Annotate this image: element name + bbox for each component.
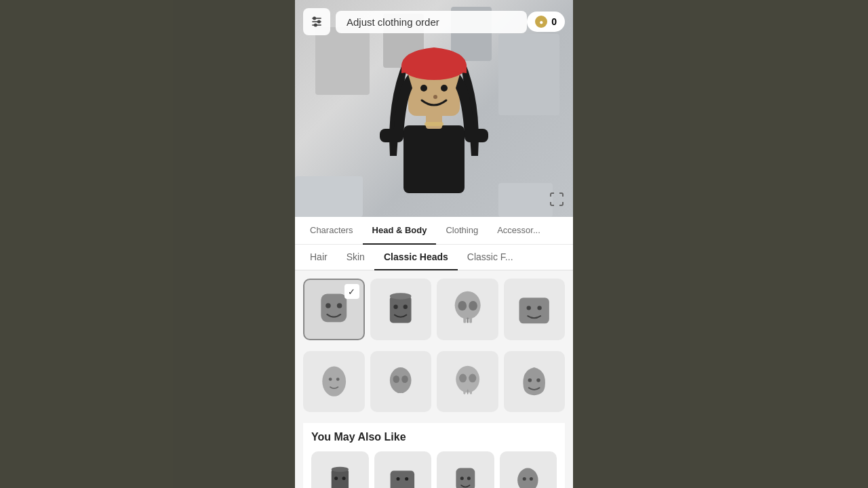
right-overlay bbox=[573, 0, 868, 488]
svg-point-25 bbox=[469, 301, 477, 310]
svg-point-58 bbox=[518, 468, 538, 488]
head-icon-3 bbox=[446, 288, 489, 331]
rec-item-2[interactable] bbox=[374, 451, 432, 488]
items-grid-row2 bbox=[303, 351, 565, 413]
sub-tab-classic-heads[interactable]: Classic Heads bbox=[374, 245, 458, 270]
svg-point-6 bbox=[433, 95, 437, 99]
svg-point-32 bbox=[322, 367, 346, 396]
rec-item-3[interactable] bbox=[437, 451, 494, 488]
svg-point-24 bbox=[458, 301, 467, 310]
recommendations: You May Also Like bbox=[303, 423, 565, 488]
head-item-4[interactable] bbox=[504, 279, 566, 340]
left-overlay bbox=[0, 0, 295, 488]
rec-icon-4 bbox=[511, 463, 545, 488]
sub-tabs: Hair Skin Classic Heads Classic F... bbox=[295, 245, 573, 270]
tab-head-body[interactable]: Head & Body bbox=[363, 217, 437, 245]
filter-icon bbox=[310, 15, 323, 28]
svg-rect-0 bbox=[403, 125, 465, 193]
head-item-6[interactable] bbox=[370, 351, 432, 413]
svg-rect-52 bbox=[391, 470, 414, 488]
head-item-1[interactable]: ✓ bbox=[303, 279, 365, 340]
avatar-character bbox=[366, 20, 502, 217]
tab-characters[interactable]: Characters bbox=[300, 217, 363, 245]
items-grid-row1: ✓ bbox=[303, 279, 565, 340]
coin-icon: ● bbox=[535, 16, 547, 28]
svg-rect-29 bbox=[519, 298, 549, 323]
svg-point-35 bbox=[390, 367, 412, 393]
svg-point-47 bbox=[536, 378, 540, 382]
svg-point-17 bbox=[326, 303, 331, 308]
head-item-5[interactable] bbox=[303, 351, 365, 413]
svg-point-4 bbox=[420, 85, 427, 92]
svg-point-57 bbox=[467, 476, 471, 480]
svg-point-5 bbox=[441, 85, 448, 92]
svg-point-37 bbox=[401, 375, 408, 383]
svg-point-31 bbox=[538, 306, 542, 310]
head-icon-4 bbox=[513, 288, 555, 331]
svg-rect-48 bbox=[332, 469, 349, 488]
sub-tab-classic-f[interactable]: Classic F... bbox=[458, 245, 523, 270]
svg-point-20 bbox=[390, 293, 412, 300]
head-item-3[interactable] bbox=[437, 279, 498, 340]
svg-rect-28 bbox=[469, 317, 472, 323]
svg-point-22 bbox=[403, 304, 408, 308]
svg-point-60 bbox=[530, 477, 533, 481]
head-icon-6 bbox=[379, 360, 422, 403]
rec-grid bbox=[311, 451, 557, 488]
svg-rect-45 bbox=[469, 390, 471, 394]
svg-point-15 bbox=[315, 24, 317, 26]
rec-item-1[interactable] bbox=[311, 451, 369, 488]
svg-point-36 bbox=[393, 375, 400, 383]
bg-block bbox=[498, 34, 559, 115]
rec-icon-3 bbox=[448, 463, 483, 488]
svg-rect-26 bbox=[463, 317, 466, 323]
svg-point-49 bbox=[332, 467, 349, 472]
head-item-7[interactable] bbox=[437, 351, 498, 413]
svg-point-53 bbox=[397, 477, 400, 481]
rec-icon-1 bbox=[323, 463, 357, 488]
svg-point-21 bbox=[393, 304, 397, 308]
svg-point-46 bbox=[528, 378, 532, 382]
head-icon-2 bbox=[379, 288, 422, 331]
svg-rect-43 bbox=[463, 390, 465, 394]
head-item-8[interactable] bbox=[504, 351, 566, 413]
tab-accessories[interactable]: Accessor... bbox=[488, 217, 550, 245]
svg-point-42 bbox=[469, 374, 476, 383]
head-icon-7 bbox=[446, 360, 489, 403]
main-panel: Adjust clothing order ● 0 Characters Hea… bbox=[295, 0, 573, 488]
svg-rect-19 bbox=[390, 296, 412, 323]
svg-point-56 bbox=[460, 476, 464, 480]
adjust-label: Adjust clothing order bbox=[336, 11, 527, 33]
svg-point-59 bbox=[523, 477, 526, 481]
tabs-container: Characters Head & Body Clothing Accessor… bbox=[295, 217, 573, 270]
grid-section: ✓ bbox=[295, 270, 573, 488]
tab-clothing[interactable]: Clothing bbox=[436, 217, 488, 245]
svg-rect-39 bbox=[401, 389, 403, 393]
svg-rect-8 bbox=[380, 129, 403, 142]
head-item-2[interactable] bbox=[370, 279, 432, 340]
svg-rect-9 bbox=[465, 129, 488, 142]
svg-rect-16 bbox=[321, 294, 347, 323]
bg-block bbox=[315, 27, 370, 95]
svg-rect-27 bbox=[467, 317, 468, 323]
svg-point-13 bbox=[313, 17, 315, 19]
svg-point-54 bbox=[406, 477, 409, 481]
svg-point-51 bbox=[342, 476, 345, 480]
checkmark-badge: ✓ bbox=[344, 284, 359, 299]
head-icon-5 bbox=[313, 360, 355, 403]
rec-item-4[interactable] bbox=[500, 451, 557, 488]
svg-rect-44 bbox=[467, 390, 468, 394]
sub-tab-skin[interactable]: Skin bbox=[337, 245, 374, 270]
expand-icon[interactable] bbox=[549, 191, 565, 210]
head-icon-8 bbox=[513, 360, 555, 403]
svg-point-33 bbox=[328, 378, 332, 381]
screen-container: Adjust clothing order ● 0 Characters Hea… bbox=[0, 0, 868, 488]
filter-button[interactable] bbox=[303, 8, 330, 35]
svg-point-14 bbox=[318, 20, 320, 22]
coin-count: 0 bbox=[551, 16, 557, 27]
coin-badge: ● 0 bbox=[527, 12, 565, 32]
sub-tab-hair[interactable]: Hair bbox=[300, 245, 337, 270]
svg-point-41 bbox=[459, 374, 467, 383]
svg-point-18 bbox=[337, 303, 342, 308]
svg-rect-55 bbox=[456, 468, 475, 488]
